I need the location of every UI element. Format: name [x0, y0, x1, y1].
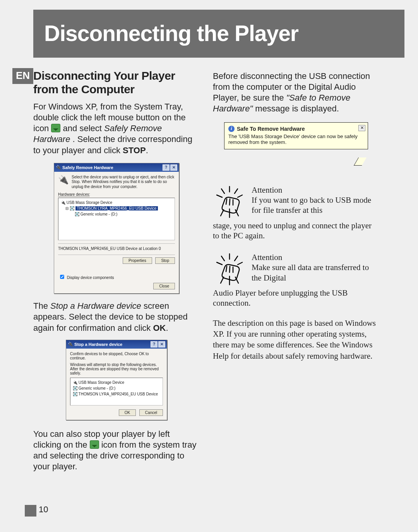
- balloon-title: Safe To Remove Hardware: [237, 126, 305, 132]
- safely-remove-hardware-dialog: 🔌 Safely Remove Hardware ? ✕ 🔌 Select th…: [54, 163, 179, 294]
- balloon-body: The 'USB Mass Storage Device' device can…: [228, 133, 364, 145]
- right-para-1: Before disconnecting the USB connection …: [213, 71, 379, 115]
- device-tree[interactable]: 🔌 USB Mass Storage Device ⊟ 💽 THOMSON LY…: [58, 198, 175, 240]
- text: .: [166, 323, 168, 333]
- svg-line-16: [226, 266, 227, 272]
- emphasis-text: Stop a Hardware device: [50, 301, 141, 311]
- help-button[interactable]: ?: [163, 164, 170, 171]
- svg-line-12: [221, 256, 224, 261]
- attention-text-cont: stage, you need to unplug and connect th…: [213, 221, 379, 241]
- attention-text-cont: Audio Player before unplugging the USB c…: [213, 288, 379, 308]
- page-number: 10: [39, 505, 48, 515]
- dialog-body: Confirm devices to be stopped, Choose OK…: [66, 349, 167, 420]
- right-column: Before disconnecting the USB connection …: [213, 69, 379, 477]
- text: .: [146, 145, 148, 155]
- list-item[interactable]: Generic volume - (D:): [79, 386, 116, 390]
- svg-line-5: [226, 199, 227, 204]
- svg-line-14: [217, 262, 222, 265]
- dialog-titlebar: 🔌 Safely Remove Hardware ? ✕: [54, 163, 179, 172]
- attention-block-1: Attention If you want to go back to USB …: [213, 185, 379, 220]
- info-icon: 🔌: [58, 175, 69, 190]
- attention-text: Make sure all data are transferred to th…: [252, 262, 379, 283]
- section-heading: Disconnecting Your Player from the Compu…: [33, 69, 200, 96]
- page-title-bar: Disconnecting the Player: [33, 10, 404, 58]
- tree-item[interactable]: USB Mass Storage Device: [67, 200, 112, 205]
- device-status: THOMSON LYRA_MPR2456_EU USB Device at Lo…: [58, 243, 175, 255]
- properties-button[interactable]: Properties: [123, 257, 152, 264]
- device-list[interactable]: 🔌 USB Mass Storage Device 💽 Generic volu…: [70, 378, 163, 405]
- svg-line-1: [221, 189, 224, 193]
- bold-text: OK: [153, 323, 166, 333]
- dialog-body: 🔌 Select the device you want to unplug o…: [54, 172, 179, 294]
- usb-icon: 🔌: [68, 342, 73, 347]
- dialog-instruction: Select the device you want to unplug or …: [72, 175, 175, 190]
- left-column: Disconnecting Your Player from the Compu…: [33, 69, 200, 477]
- page: Disconnecting the Player EN Disconnectin…: [0, 0, 418, 532]
- stop-button[interactable]: Stop: [155, 257, 175, 264]
- display-components-checkbox[interactable]: [60, 275, 64, 279]
- attention-block-2: Attention Make sure all data are transfe…: [213, 252, 379, 287]
- bold-text: STOP: [123, 145, 146, 155]
- text: and select: [63, 123, 104, 133]
- svg-line-15: [238, 262, 242, 265]
- attention-hand-icon: [213, 185, 246, 220]
- left-para-2: The Stop a Hardware device screen appear…: [33, 301, 200, 333]
- checkbox-label: Display device components: [67, 275, 114, 280]
- language-badge: EN: [12, 68, 33, 84]
- list-item[interactable]: THOMSON LYRA_MPR2456_EU USB Device: [79, 392, 158, 396]
- close-button[interactable]: ✕: [158, 341, 165, 347]
- page-number-decoration: [25, 505, 36, 517]
- ok-button[interactable]: OK: [119, 409, 136, 416]
- page-title: Disconnecting the Player: [44, 21, 298, 46]
- attention-paragraph-2: The description on this page is based on…: [213, 318, 379, 361]
- svg-line-17: [230, 266, 230, 272]
- attention-title: Attention: [252, 185, 379, 195]
- hardware-devices-label: Hardware devices:: [58, 192, 175, 197]
- dialog-titlebar: 🔌 Stop a Hardware device ? ✕: [66, 340, 167, 349]
- svg-line-4: [238, 195, 242, 197]
- columns: Disconnecting Your Player from the Compu…: [33, 69, 404, 477]
- help-button[interactable]: ?: [151, 341, 158, 347]
- attention-title: Attention: [252, 252, 379, 262]
- attention-hand-icon: [213, 252, 246, 287]
- dialog-title: Safely Remove Hardware: [62, 165, 113, 170]
- list-item[interactable]: USB Mass Storage Device: [79, 380, 124, 385]
- close-dialog-button[interactable]: Close: [153, 283, 175, 289]
- text: The: [33, 301, 50, 311]
- attention-text: If you want to go back to USB mode for f…: [252, 195, 379, 216]
- cancel-button[interactable]: Cancel: [139, 409, 163, 416]
- svg-line-13: [235, 256, 238, 261]
- dialog-text: Windows will attempt to stop the followi…: [70, 363, 163, 375]
- svg-line-3: [217, 195, 222, 197]
- usb-icon: 🔌: [56, 165, 61, 170]
- dialog-title: Stop a Hardware device: [74, 342, 122, 347]
- tree-item-selected[interactable]: THOMSON LYRA_MPR2456_EU USB Device: [75, 206, 158, 210]
- text: message is displayed.: [255, 104, 339, 113]
- left-para-3: You can also stop your player by left cl…: [33, 429, 200, 472]
- close-button[interactable]: ✕: [170, 164, 177, 171]
- svg-line-2: [235, 189, 238, 193]
- info-icon: i: [228, 126, 235, 132]
- safe-to-remove-balloon: ✕ i Safe To Remove Hardware The 'USB Mas…: [224, 122, 368, 149]
- system-tray-icon: [90, 440, 99, 449]
- stop-hardware-device-dialog: 🔌 Stop a Hardware device ? ✕ Confirm dev…: [66, 340, 167, 420]
- tree-item[interactable]: Generic volume - (D:): [81, 212, 118, 216]
- svg-line-20: [221, 277, 224, 283]
- svg-line-9: [221, 210, 224, 216]
- left-para-1: For Windows XP, from the System Tray, do…: [33, 101, 200, 156]
- system-tray-icon: [51, 124, 60, 132]
- balloon-close-button[interactable]: ✕: [358, 125, 365, 131]
- dialog-text: Confirm devices to be stopped, Choose OK…: [70, 352, 163, 360]
- svg-line-6: [230, 199, 230, 205]
